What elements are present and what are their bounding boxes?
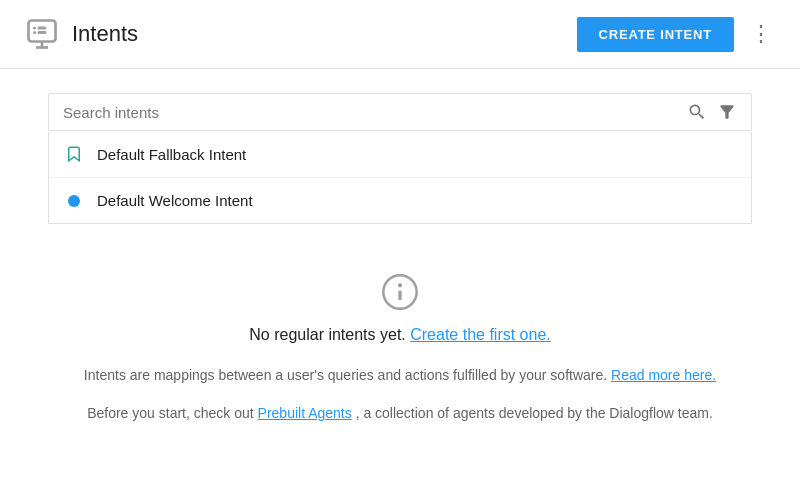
main-content: Default Fallback Intent Default Welcome …: [0, 69, 800, 457]
bookmark-icon: [65, 145, 83, 163]
page-header: Intents CREATE INTENT ⋮: [0, 0, 800, 69]
create-first-link[interactable]: Create the first one.: [410, 326, 551, 343]
intent-name-welcome: Default Welcome Intent: [97, 192, 253, 209]
no-intents-message: No regular intents yet. Create the first…: [48, 326, 752, 344]
create-intent-button[interactable]: CREATE INTENT: [577, 17, 734, 52]
filter-icon[interactable]: [717, 102, 737, 122]
search-icon-group: [687, 102, 737, 122]
search-box: [48, 93, 752, 131]
empty-state-section: No regular intents yet. Create the first…: [48, 256, 752, 433]
description-text: Intents are mappings between a user's qu…: [48, 364, 752, 386]
info-icon: [380, 272, 420, 312]
page-title: Intents: [72, 21, 138, 47]
more-options-icon[interactable]: ⋮: [746, 17, 776, 51]
intent-name-fallback: Default Fallback Intent: [97, 146, 246, 163]
prebuilt-text: Before you start, check out Prebuilt Age…: [48, 402, 752, 424]
search-input[interactable]: [63, 104, 687, 121]
read-more-link[interactable]: Read more here.: [611, 367, 716, 383]
header-left: Intents: [24, 16, 138, 52]
intents-list: Default Fallback Intent Default Welcome …: [48, 131, 752, 224]
intents-icon: [24, 16, 60, 52]
intent-item-fallback[interactable]: Default Fallback Intent: [49, 131, 751, 178]
intent-item-welcome[interactable]: Default Welcome Intent: [49, 178, 751, 223]
dot-icon: [68, 195, 80, 207]
header-right: CREATE INTENT ⋮: [577, 17, 776, 52]
search-icon[interactable]: [687, 102, 707, 122]
prebuilt-agents-link[interactable]: Prebuilt Agents: [258, 405, 352, 421]
